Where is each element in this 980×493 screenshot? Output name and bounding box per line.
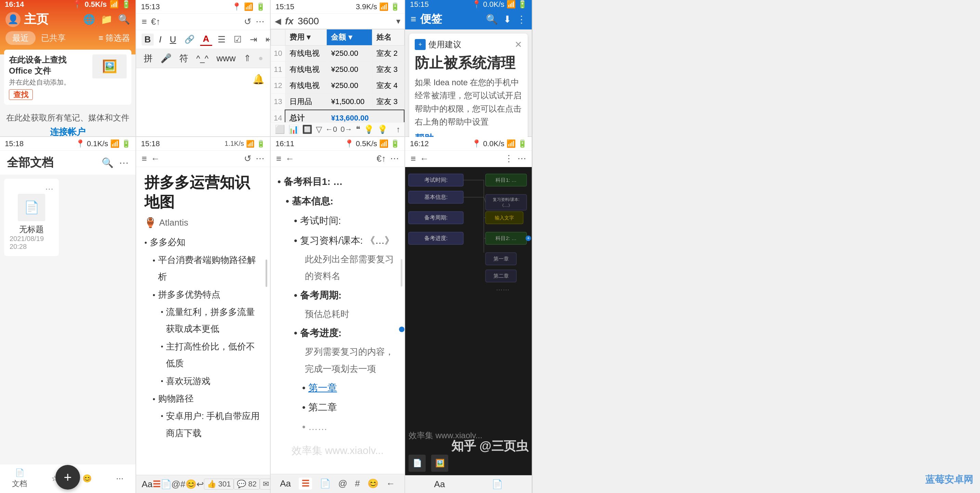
tab-shared[interactable]: 已共享 <box>41 32 66 43</box>
tb-border-icon[interactable]: 🔲 <box>302 124 312 134</box>
p5-nav-bar: ≡ ← €↑ ⋯ <box>270 151 404 167</box>
p4-search-icon[interactable]: 🔍 <box>486 14 498 25</box>
text-color-btn[interactable]: A <box>200 33 212 46</box>
table-row[interactable]: 11 有线电视 ¥250.00 室友 3 <box>271 62 404 78</box>
tb-at-icon[interactable]: @ <box>172 479 180 490</box>
tb-doc-icon[interactable]: 📄 <box>161 479 172 490</box>
p6-tb-doc[interactable]: 📄 <box>492 479 503 490</box>
p1b-doc-item[interactable]: ⋯ 📄 无标题 2021/08/19 20:28 <box>4 179 59 256</box>
p5-tb-emoji[interactable]: 😊 <box>368 478 379 489</box>
p5-tb-list[interactable]: ☰ <box>299 478 312 490</box>
p6-speed: 0.0K/s <box>483 139 504 148</box>
tb-plus-icon[interactable]: 0→ <box>340 125 352 134</box>
p1b-search-icon[interactable]: 🔍 <box>102 157 114 168</box>
svg-text:+: + <box>527 235 530 241</box>
p2-more-icon[interactable]: ⋯ <box>256 16 264 27</box>
tb-lightbulb1-icon[interactable]: 💡 <box>364 124 374 134</box>
filter-label[interactable]: 筛选器 <box>105 32 130 43</box>
send-btn[interactable]: ⇑ <box>243 53 251 64</box>
p2-export-icon[interactable]: €↑ <box>151 16 160 27</box>
comment-icon[interactable]: ✉ <box>263 480 269 488</box>
p2b-back-icon[interactable]: ← <box>151 153 160 164</box>
p1-search-icon[interactable]: 🔍 <box>118 14 130 25</box>
tb-list-icon[interactable]: ☰ <box>153 479 161 490</box>
p1-avatar[interactable]: 👤 <box>5 12 21 27</box>
indent-btn[interactable]: ⇥ <box>247 34 260 46</box>
bold-btn[interactable]: B <box>142 34 154 46</box>
formula-value[interactable]: 3600 <box>298 16 392 27</box>
share-icon[interactable]: 💬 <box>237 480 246 488</box>
table-row[interactable]: 13 日用品 ¥1,500.00 室友 3 <box>271 94 404 110</box>
p2-undo-icon[interactable]: ↺ <box>244 16 251 27</box>
outdent-btn[interactable]: ⇤ <box>263 34 270 46</box>
nav-doc[interactable]: 📄 文档 <box>12 468 27 489</box>
p5-tb-back[interactable]: ← <box>386 478 395 489</box>
p1b-doc-more[interactable]: ⋯ <box>45 184 53 194</box>
tb-emoji-icon[interactable]: 😊 <box>185 479 196 490</box>
caret-btn[interactable]: ^_^ <box>196 54 208 63</box>
p5-tb-doc[interactable]: 📄 <box>320 478 331 489</box>
p6-menu-icon[interactable]: ≡ <box>410 153 416 164</box>
col-name[interactable]: 姓名 <box>372 29 404 46</box>
underline-btn[interactable]: U <box>167 34 179 46</box>
nav-more2[interactable]: ⋯ <box>116 474 124 483</box>
avatar-icon: 👤 <box>8 14 19 25</box>
nav-fab[interactable]: + <box>56 465 80 490</box>
p6-back-icon[interactable]: ← <box>420 153 429 164</box>
banner-find-btn[interactable]: 查找 <box>9 89 33 100</box>
tb-hash-icon[interactable]: # <box>180 479 185 490</box>
p1b-more-icon[interactable]: ⋯ <box>119 157 129 168</box>
www-btn[interactable]: www <box>216 53 236 64</box>
p2b-more-icon[interactable]: ⋯ <box>256 153 264 164</box>
p5-menu-icon[interactable]: ≡ <box>276 153 281 164</box>
tb-filter-icon[interactable]: ▽ <box>316 124 322 134</box>
p4-close-btn[interactable]: ✕ <box>515 39 522 50</box>
tb-aa[interactable]: Aa <box>142 479 153 490</box>
like-icon[interactable]: 👍 <box>207 480 216 488</box>
tb-minus-icon[interactable]: ←0 <box>325 125 337 134</box>
tb-quote-icon[interactable]: ❝ <box>356 124 360 134</box>
p1-globe-icon[interactable]: 🌐 <box>83 14 95 25</box>
p5-more-icon[interactable]: ⋯ <box>390 153 399 164</box>
p2b-nav-icon1[interactable]: ≡ <box>142 153 147 164</box>
p5-item: 此处列出全部需要复习的资料名 <box>302 251 398 285</box>
tb-chart-icon[interactable]: 📊 <box>288 124 299 134</box>
amount-header: 金额 <box>331 33 346 41</box>
p4-download-icon[interactable]: ⬇ <box>503 14 511 25</box>
mic-btn[interactable]: 🎤 <box>161 53 172 64</box>
svg-text:基本信息:: 基本信息: <box>424 194 447 200</box>
p6-export2-icon[interactable]: ⋮ <box>504 153 513 164</box>
tb-collapse-icon[interactable]: ↑ <box>396 124 400 134</box>
nav-emoji[interactable]: 😊 <box>83 474 92 483</box>
p1-folder-icon[interactable]: 📁 <box>100 14 113 25</box>
p2b-undo-icon[interactable]: ↺ <box>244 153 251 164</box>
p6-more-icon[interactable]: ⋯ <box>517 153 526 164</box>
formula-dropdown[interactable]: ▾ <box>396 16 400 26</box>
table-row[interactable]: 10 有线电视 ¥250.00 室友 2 <box>271 46 404 62</box>
p5-back-icon[interactable]: ← <box>285 153 294 164</box>
link-btn[interactable]: 🔗 <box>182 34 197 45</box>
table-row[interactable]: 12 有线电视 ¥250.00 室友 4 <box>271 78 404 94</box>
list-btn[interactable]: ☰ <box>215 34 228 46</box>
p6-signal: 📶 <box>506 139 515 148</box>
p5-tb-hash[interactable]: # <box>355 478 360 489</box>
tb-arrow-icon[interactable]: ↩ <box>196 479 204 490</box>
symbol-btn[interactable]: 符 <box>179 53 188 64</box>
connect-account-btn[interactable]: 连接帐户 <box>5 126 130 138</box>
checklist-btn[interactable]: ☑ <box>231 34 244 46</box>
italic-btn[interactable]: I <box>156 34 164 46</box>
p4-menu-icon[interactable]: ≡ <box>410 14 416 25</box>
p5-export-icon[interactable]: €↑ <box>377 153 386 164</box>
tab-recent[interactable]: 最近 <box>5 31 36 45</box>
p2-menu-icon[interactable]: ≡ <box>142 16 147 27</box>
p6-tb-aa[interactable]: Aa <box>434 479 445 490</box>
total-row[interactable]: 14 总计 ¥13,600.00 <box>271 110 404 122</box>
p4-more-icon[interactable]: ⋮ <box>517 14 526 25</box>
tb-lightbulb2-icon[interactable]: 💡 <box>377 124 388 134</box>
p5-tb-aa[interactable]: Aa <box>280 478 291 489</box>
p5-tb-at[interactable]: @ <box>338 478 347 489</box>
tb-square-icon[interactable]: ⬜ <box>275 124 285 134</box>
col-amount[interactable]: 金额 ▾ <box>327 29 372 46</box>
col-expense[interactable]: 费用 ▾ <box>285 29 326 46</box>
pinyin-btn[interactable]: 拼 <box>144 53 153 64</box>
